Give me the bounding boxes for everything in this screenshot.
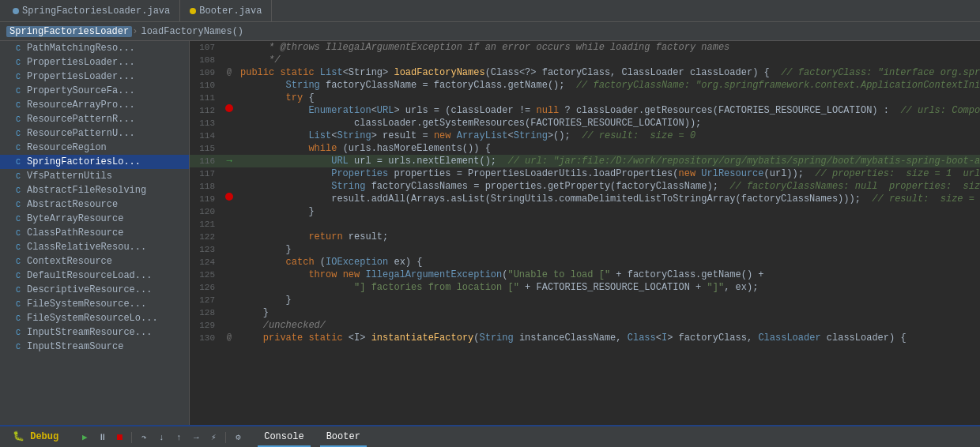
sidebar-item-abstract-res[interactable]: C AbstractResource xyxy=(0,197,189,212)
settings-button[interactable]: ⚙ xyxy=(231,430,245,445)
sidebar-item-inputstream[interactable]: C InputStreamResource... xyxy=(0,325,189,340)
sidebar-label-abstract-res: AbstractResource xyxy=(27,199,118,210)
line-number: 128 xyxy=(190,306,221,319)
sidebar-item-descriptive[interactable]: C DescriptiveResource... xyxy=(0,283,189,297)
line-number: 121 xyxy=(190,218,221,231)
sidebar-item-0[interactable]: C PathMatchingReso... xyxy=(0,41,189,55)
sidebar-item-5[interactable]: C ResourcePatternR... xyxy=(0,112,189,126)
resume-button[interactable]: ▶ xyxy=(77,430,92,445)
class-icon: C xyxy=(13,199,24,210)
breadcrumb-method[interactable]: loadFactoryNames() xyxy=(138,26,247,37)
line-content: String factoryClassName = factoryClass.g… xyxy=(237,79,980,92)
evaluate-button[interactable]: ⚡ xyxy=(206,430,220,445)
line-content: } xyxy=(237,306,980,319)
class-icon: C xyxy=(13,171,24,182)
sidebar-label-5: ResourcePatternR... xyxy=(27,114,135,125)
sidebar-item-default-res[interactable]: C DefaultResourceLoad... xyxy=(0,269,189,283)
sidebar-item-3[interactable]: C PropertySourceFa... xyxy=(0,84,189,98)
sidebar-item-filesystem[interactable]: C FileSystemResource... xyxy=(0,297,189,311)
sidebar-label-vfs: VfsPatternUtils xyxy=(27,171,112,182)
line-content: URL url = urls.nextElement(); // url: "j… xyxy=(237,155,980,167)
sidebar-item-inputstreamsrc[interactable]: C InputStreamSource xyxy=(0,340,189,354)
sidebar-label-3: PropertySourceFa... xyxy=(27,85,135,96)
tab-booter-label: Booter.java xyxy=(199,6,262,17)
sidebar-item-1[interactable]: C PropertiesLoader... xyxy=(0,55,189,69)
code-line-121: 121 xyxy=(190,218,980,231)
breakpoint-indicator xyxy=(225,104,233,112)
pause-button[interactable]: ⏸ xyxy=(95,430,109,445)
line-gutter-arrow: → xyxy=(221,155,237,167)
code-lines: 107 * @throws IllegalArgumentException i… xyxy=(190,41,980,425)
class-icon: C xyxy=(13,100,24,111)
line-gutter: @ xyxy=(221,66,237,79)
sidebar-label-descriptive: DescriptiveResource... xyxy=(27,284,152,295)
debug-toolbar: ▶ ⏸ ⏹ ↷ ↓ ↑ → ⚡ ⚙ xyxy=(74,430,248,445)
line-content: result.addAll(Arrays.asList(StringUtils.… xyxy=(237,193,980,205)
tab-spring-factories-loader[interactable]: SpringFactoriesLoader.java xyxy=(3,0,180,21)
sidebar-item-classpath[interactable]: C ClassPathResource xyxy=(0,226,189,240)
sidebar-label-7: ResourceRegion xyxy=(27,142,107,153)
line-content: /unchecked/ xyxy=(237,319,980,332)
breadcrumb-class[interactable]: SpringFactoriesLoader xyxy=(6,26,132,37)
class-icon: C xyxy=(13,57,24,68)
line-number: 116 xyxy=(190,155,221,167)
line-content: classLoader.getSystemResources(FACTORIES… xyxy=(237,117,980,130)
sidebar-label-classpath: ClassPathResource xyxy=(27,227,123,239)
tab-spring-label: SpringFactoriesLoader.java xyxy=(22,6,170,17)
run-cursor-button[interactable]: → xyxy=(189,430,203,445)
tab-booter[interactable]: Booter.java xyxy=(180,0,272,21)
class-icon: C xyxy=(13,185,24,196)
sidebar-label-inputstream: InputStreamResource... xyxy=(27,327,152,338)
step-into-button[interactable]: ↓ xyxy=(154,430,168,445)
line-content: } xyxy=(237,243,980,256)
sidebar-item-filesystemlo[interactable]: C FileSystemResourceLo... xyxy=(0,311,189,325)
class-icon: C xyxy=(13,327,24,338)
class-icon: C xyxy=(13,142,24,153)
stop-button[interactable]: ⏹ xyxy=(112,430,126,445)
class-icon: C xyxy=(13,256,24,267)
step-over-button[interactable]: ↷ xyxy=(137,430,151,445)
tab-booter[interactable]: Booter xyxy=(320,428,367,447)
class-icon: C xyxy=(13,284,24,295)
sidebar-label-context: ContextResource xyxy=(27,256,112,267)
breadcrumb-separator: › xyxy=(132,26,138,37)
line-number: 126 xyxy=(190,281,221,294)
sidebar-item-classrel[interactable]: C ClassRelativeResou... xyxy=(0,240,189,254)
code-line-122: 122 return result; xyxy=(190,231,980,243)
sidebar-label-filesystemlo: FileSystemResourceLo... xyxy=(27,313,158,324)
line-gutter-bp xyxy=(221,104,237,112)
line-content: } xyxy=(237,294,980,306)
toolbar-divider-2 xyxy=(225,432,226,443)
sidebar-item-2[interactable]: C PropertiesLoader... xyxy=(0,69,189,84)
line-number: 125 xyxy=(190,269,221,281)
line-number: 124 xyxy=(190,256,221,269)
code-line-129: 129 /unchecked/ xyxy=(190,319,980,332)
sidebar-label-0: PathMatchingReso... xyxy=(27,43,135,54)
sidebar-item-spring-factories[interactable]: C SpringFactoriesLo... xyxy=(0,155,189,169)
code-line-116: 116 → URL url = urls.nextElement(); // u… xyxy=(190,155,980,167)
sidebar-item-6[interactable]: C ResourcePatternU... xyxy=(0,126,189,141)
tab-console[interactable]: Console xyxy=(258,428,310,447)
sidebar-item-context[interactable]: C ContextResource xyxy=(0,254,189,269)
sidebar-item-4[interactable]: C ResourceArrayPro... xyxy=(0,98,189,112)
class-icon: C xyxy=(13,156,24,167)
step-out-button[interactable]: ↑ xyxy=(172,430,186,445)
sidebar-item-vfs[interactable]: C VfsPatternUtils xyxy=(0,169,189,183)
code-line-125: 125 throw new IllegalArgumentException("… xyxy=(190,269,980,281)
line-number: 112 xyxy=(190,104,221,117)
sidebar-item-7[interactable]: C ResourceRegion xyxy=(0,141,189,155)
sidebar-label-inputstreamsrc: InputStreamSource xyxy=(27,341,123,352)
sidebar-label-classrel: ClassRelativeResou... xyxy=(27,242,146,253)
sidebar-label-default-res: DefaultResourceLoad... xyxy=(27,270,152,281)
sidebar-item-byte-array[interactable]: C ByteArrayResource xyxy=(0,212,189,226)
code-line-109: 109 @ public static List<String> loadFac… xyxy=(190,66,980,79)
line-content: while (urls.hasMoreElements()) { xyxy=(237,142,980,155)
code-line-110: 110 String factoryClassName = factoryCla… xyxy=(190,79,980,92)
debug-arrow: → xyxy=(226,155,232,167)
sidebar-item-abstract-file[interactable]: C AbstractFileResolving xyxy=(0,183,189,197)
project-sidebar: C PathMatchingReso... C PropertiesLoader… xyxy=(0,41,190,425)
line-content: public static List<String> loadFactoryNa… xyxy=(237,66,980,79)
breakpoint-indicator-2 xyxy=(225,193,233,201)
code-line-111: 111 try { xyxy=(190,92,980,104)
class-icon: C xyxy=(13,242,24,253)
